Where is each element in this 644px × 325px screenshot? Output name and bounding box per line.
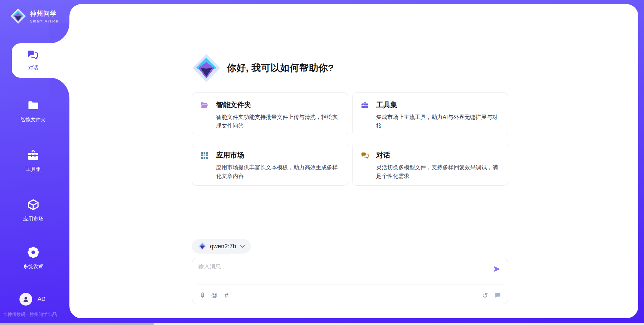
chat-bubbles-icon — [361, 151, 369, 159]
attach-button[interactable] — [198, 291, 206, 299]
greeting: 你好, 我可以如何帮助你? — [192, 54, 334, 82]
tab-curve-bottom — [49, 77, 69, 97]
at-icon: @ — [211, 291, 217, 299]
message-input[interactable] — [198, 263, 483, 282]
cube-icon — [27, 198, 40, 211]
card-description: 集成市场上主流工具，助力AI与外界无缝扩展与对接 — [376, 113, 500, 130]
brand: 神州问学 Smart Vision — [10, 8, 59, 24]
greeting-title: 你好, 我可以如何帮助你? — [227, 62, 334, 74]
card-description: 灵活切换多模型文件，支持多样回复效果调试，满足个性化需求 — [376, 163, 500, 180]
sidebar-item-market[interactable]: 应用市场 — [0, 198, 66, 222]
brand-subtitle: Smart Vision — [30, 19, 59, 23]
chat-icon — [494, 292, 501, 299]
history-icon: ↺ — [482, 291, 488, 300]
model-logo-icon — [198, 242, 207, 251]
composer: @ # ↺ — [192, 258, 508, 304]
chevron-down-icon — [240, 245, 245, 248]
model-name: qwen2:7b — [210, 243, 236, 250]
toolbox-icon — [361, 101, 369, 109]
card-title: 工具集 — [376, 100, 397, 110]
mention-button[interactable]: @ — [210, 291, 218, 299]
history-button[interactable]: ↺ — [481, 291, 489, 299]
sidebar-item-settings[interactable]: 系统设置 — [0, 246, 66, 270]
brand-logo-icon — [10, 8, 26, 24]
scrollbar-thumb[interactable] — [0, 323, 154, 325]
toolbox-icon — [27, 149, 40, 161]
composer-divider — [197, 284, 503, 284]
folder-open-icon — [200, 101, 209, 109]
hash-icon: # — [224, 291, 228, 299]
tab-curve-top — [49, 23, 69, 44]
card-toolset[interactable]: 工具集 集成市场上主流工具，助力AI与外界无缝扩展与对接 — [352, 92, 508, 135]
model-selector[interactable]: qwen2:7b — [192, 239, 251, 254]
sidebar-item-label: 智能文件夹 — [0, 117, 66, 123]
sidebar-item-label: 对话 — [12, 65, 55, 71]
user-account[interactable]: AD — [19, 293, 46, 306]
brand-name: 神州问学 — [30, 9, 59, 18]
card-app-market[interactable]: 应用市场 应用市场提供丰富长文本模板，助力高效生成多样化文章内容 — [192, 143, 348, 186]
card-title: 应用市场 — [216, 150, 244, 160]
gear-icon — [27, 246, 40, 259]
page: { "brand": { "name": "神州问学", "subtitle":… — [0, 0, 644, 325]
user-initials: AD — [38, 296, 46, 303]
card-description: 应用市场提供丰富长文本模板，助力高效生成多样化文章内容 — [216, 163, 340, 180]
grid-icon — [200, 151, 209, 159]
card-description: 智能文件夹功能支持批量文件上传与清洗，轻松实现文件问答 — [216, 113, 340, 130]
chat-bubbles-icon — [26, 49, 39, 61]
card-title: 智能文件夹 — [216, 100, 251, 110]
topic-button[interactable]: # — [222, 291, 230, 299]
sidebar-footer-text: ©神州数码 · 神州问学出品 — [4, 312, 57, 318]
sidebar-item-folders[interactable]: 智能文件夹 — [0, 99, 66, 123]
user-avatar-icon — [22, 296, 30, 303]
card-smart-folders[interactable]: 智能文件夹 智能文件夹功能支持批量文件上传与清洗，轻松实现文件问答 — [192, 92, 348, 135]
sidebar-item-label: 应用市场 — [0, 216, 66, 222]
greeting-logo-icon — [192, 54, 221, 82]
avatar — [19, 293, 32, 306]
conversations-button[interactable] — [494, 291, 502, 299]
horizontal-scrollbar[interactable] — [0, 323, 644, 325]
feature-cards: 智能文件夹 智能文件夹功能支持批量文件上传与清洗，轻松实现文件问答 工具集 集成… — [192, 92, 508, 186]
card-title: 对话 — [376, 150, 390, 160]
sidebar-item-tools[interactable]: 工具集 — [0, 149, 66, 173]
card-chat[interactable]: 对话 灵活切换多模型文件，支持多样回复效果调试，满足个性化需求 — [352, 143, 508, 186]
sidebar-item-label: 工具集 — [0, 166, 66, 173]
sidebar-item-chat[interactable]: 对话 — [12, 43, 70, 78]
send-icon[interactable] — [492, 265, 501, 273]
paperclip-icon — [199, 292, 206, 299]
sidebar-item-label: 系统设置 — [0, 263, 66, 270]
folder-icon — [27, 99, 40, 112]
